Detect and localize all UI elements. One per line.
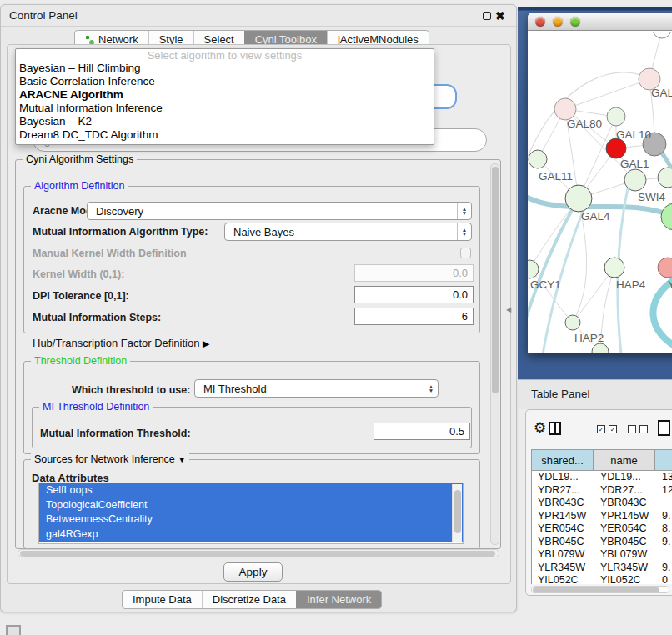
table-cell: YIL052C — [594, 574, 656, 584]
mi-threshold-group-title: MI Threshold Definition — [39, 401, 153, 412]
table-cell — [656, 497, 672, 510]
network-node[interactable] — [653, 32, 671, 38]
table-cell: YBL079W — [532, 548, 594, 562]
control-panel-titlebar: Control Panel ✖ — [1, 5, 516, 27]
tab-impute-data[interactable]: Impute Data — [123, 591, 202, 608]
attribute-list-scrollbar[interactable] — [452, 484, 462, 542]
network-node-label: GCY1 — [530, 278, 561, 291]
aracne-mode-combo[interactable]: Discovery ▲▼ — [87, 202, 472, 220]
network-icon — [85, 35, 94, 45]
sources-group-title[interactable]: Sources for Network Inference ▼ — [31, 453, 189, 465]
table-panel-body: ⚙ ✓✓ shared...nameA... YDL19...YDL19...1… — [525, 409, 672, 596]
algorithm-option-bayesian-hill-climbing[interactable]: Bayesian – Hill Climbing — [16, 62, 434, 75]
corner-mini-button[interactable] — [6, 625, 21, 635]
network-node[interactable] — [528, 260, 539, 278]
table-cell: YDL19... — [594, 471, 656, 484]
attribute-item-gal4rgexp[interactable]: gal4RGexp — [39, 528, 463, 542]
table-header-row: shared...nameA... — [531, 449, 672, 471]
table-cell: 8. — [656, 522, 672, 536]
settings-horizontal-scrollbar[interactable] — [18, 549, 499, 558]
select-all-checkboxes-icon[interactable]: ✓✓ — [597, 425, 617, 433]
mi-algorithm-type-combo[interactable]: Naive Bayes ▲▼ — [224, 222, 472, 241]
algorithm-option-bayesian-k2[interactable]: Bayesian – K2 — [16, 115, 434, 128]
mi-threshold-field[interactable]: 0.5 — [374, 422, 470, 440]
network-node-label: GAL10 — [616, 128, 651, 141]
control-panel-window: Control Panel ✖ NetworkStyleSelectCyni T… — [0, 4, 517, 612]
attribute-item-topologicalcoefficient[interactable]: TopologicalCoefficient — [39, 498, 463, 513]
table-row[interactable]: YPR145WYPR145W9. — [532, 510, 672, 523]
dpi-tolerance-label: DPI Tolerance [0,1]: — [33, 290, 129, 302]
network-edge[interactable] — [565, 79, 649, 109]
network-node[interactable] — [624, 169, 646, 191]
which-threshold-combo[interactable]: MI Threshold ▲▼ — [194, 379, 439, 398]
kernel-width-field[interactable]: 0.0 — [354, 264, 474, 282]
table-row[interactable]: YER054CYER054C8. — [532, 522, 672, 536]
apply-button[interactable]: Apply — [223, 562, 283, 582]
table-cell: YDR27... — [594, 484, 656, 498]
tab-infer-network[interactable]: Infer Network — [296, 591, 381, 608]
close-traffic-light-icon[interactable] — [535, 17, 545, 27]
column-header-name[interactable]: name — [594, 449, 655, 471]
table-cell: 13 — [656, 471, 672, 484]
float-panel-icon[interactable] — [483, 12, 491, 20]
hub-definition-toggle[interactable]: Hub/Transcription Factor Definition ▶ — [33, 337, 209, 349]
network-node[interactable] — [565, 315, 580, 330]
table-cell: 9. — [656, 510, 672, 523]
algorithm-option-aracne-algorithm[interactable]: ARACNE Algorithm — [16, 88, 434, 102]
table-row[interactable]: YLR345WYLR345W9. — [532, 562, 672, 575]
network-node[interactable] — [529, 150, 547, 168]
mi-steps-label: Mutual Information Steps: — [33, 312, 161, 323]
dpi-tolerance-field[interactable]: 0.0 — [354, 286, 474, 303]
cyni-bottom-tabbar: Impute DataDiscretize DataInfer Network — [122, 590, 382, 609]
network-node-label: HAP4 — [616, 278, 646, 291]
network-node[interactable] — [658, 258, 672, 278]
gear-icon[interactable]: ⚙ — [534, 419, 546, 437]
network-node[interactable] — [658, 168, 672, 188]
network-node[interactable] — [607, 108, 625, 126]
tab-label: Impute Data — [133, 593, 192, 606]
algorithm-option-mutual-information-inference[interactable]: Mutual Information Inference — [16, 102, 434, 115]
table-row[interactable]: YBR043CYBR043C — [532, 497, 672, 510]
table-cell: YPR145W — [532, 510, 594, 523]
network-node-label: GAL7 — [651, 87, 672, 99]
table-row[interactable]: YBL079WYBL079W — [532, 548, 672, 562]
minimize-traffic-light-icon[interactable] — [553, 17, 563, 27]
data-attributes-list: SelfLoopsTopologicalCoefficientBetweenne… — [38, 482, 464, 544]
close-icon[interactable]: ✖ — [495, 8, 505, 23]
network-node[interactable] — [661, 203, 672, 230]
columns-icon[interactable] — [549, 422, 561, 435]
algorithm-option-dream8-dc-tdc-algorithm[interactable]: Dream8 DC_TDC Algorithm — [16, 128, 434, 142]
column-header-shared[interactable]: shared... — [531, 449, 594, 471]
table-row[interactable]: YBR045CYBR045C9. — [532, 536, 672, 549]
network-node[interactable] — [604, 258, 624, 278]
network-canvas[interactable]: GAL7GAL80GAL10GAL1GAL11SWI4GAL4GCY1HAP4Y… — [528, 32, 672, 353]
network-node[interactable] — [592, 343, 609, 353]
mi-steps-field[interactable]: 6 — [354, 308, 474, 325]
table-horizontal-scrollbar[interactable] — [531, 586, 669, 593]
network-node[interactable] — [565, 185, 592, 212]
settings-vertical-scrollbar[interactable] — [490, 163, 499, 545]
export-table-icon[interactable] — [658, 420, 670, 436]
tab-discretize-data[interactable]: Discretize Data — [202, 591, 296, 608]
table-row[interactable]: YIL052CYIL052C0 — [532, 574, 672, 584]
network-node-label: GAL4 — [581, 210, 610, 222]
table-cell: YLR345W — [532, 562, 594, 575]
mi-algorithm-type-label: Mutual Information Algorithm Type: — [33, 226, 208, 238]
column-header-a[interactable]: A... — [655, 449, 672, 471]
panel-collapse-handle[interactable]: ◀ — [506, 306, 511, 313]
zoom-traffic-light-icon[interactable] — [570, 17, 580, 27]
table-cell: YIL052C — [532, 574, 594, 584]
deselect-all-checkboxes-icon[interactable] — [628, 425, 648, 433]
manual-kernel-width-checkbox[interactable] — [460, 248, 471, 258]
mi-threshold-label: Mutual Information Threshold: — [40, 428, 191, 439]
network-node[interactable] — [606, 138, 626, 158]
algorithm-option-basic-correlation-inference[interactable]: Basic Correlation Inference — [16, 75, 434, 88]
network-window-titlebar — [528, 12, 672, 31]
table-row[interactable]: YDR27...YDR27...12 — [532, 484, 672, 498]
network-node-label: GAL1 — [620, 158, 649, 170]
table-cell: 9. — [656, 536, 672, 549]
attribute-item-selfloops[interactable]: SelfLoops — [39, 483, 463, 498]
network-graph[interactable]: GAL7GAL80GAL10GAL1GAL11SWI4GAL4GCY1HAP4Y… — [528, 32, 672, 353]
attribute-item-betweennesscentrality[interactable]: BetweennessCentrality — [39, 512, 463, 528]
table-row[interactable]: YDL19...YDL19...13 — [532, 471, 672, 484]
